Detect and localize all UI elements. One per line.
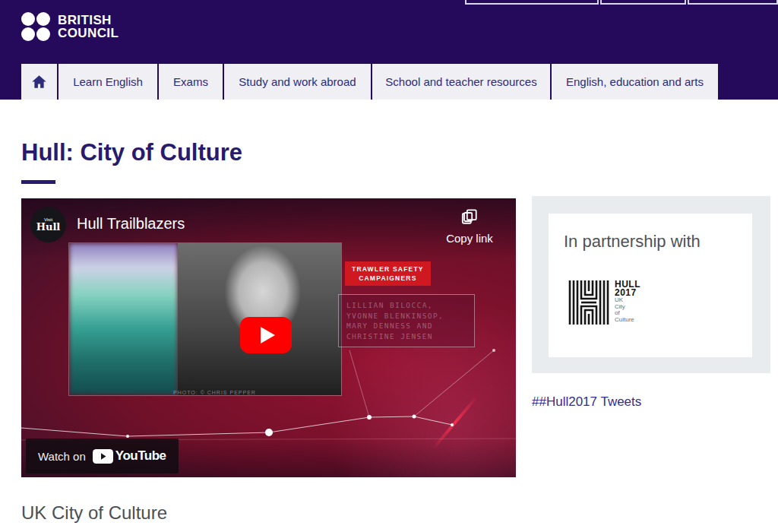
youtube-play-icon [93,449,113,464]
video-light-streak [432,395,479,450]
nav-tab-learn-english[interactable]: Learn English [59,64,157,100]
utility-nav-remnant[interactable] [688,0,778,5]
home-icon [31,74,47,90]
youtube-logo: YouTube [93,448,166,464]
nav-tab-exams[interactable]: Exams [159,64,223,100]
hull2017-maze-icon [568,280,609,325]
utility-nav-remnant[interactable] [465,0,599,5]
title-underline [21,180,55,184]
video-thumbnail-frame [68,242,342,396]
sea-painting-image [69,243,178,395]
photo-credit-text: PHOTO: © CHRIS PEPPER [173,390,256,395]
copy-link-button[interactable]: Copy link [435,208,504,245]
british-council-wordmark: BRITISH COUNCIL [58,14,119,40]
hull2017-tweets-link[interactable]: ##Hull2017 Tweets [532,394,641,410]
youtube-player[interactable]: TRAWLER SAFETY CAMPAIGNERS LILLIAN BILOC… [21,198,516,477]
section-heading: UK City of Culture [21,502,167,524]
page-title: Hull: City of Culture [21,139,242,166]
british-council-dots-icon [21,12,50,41]
campaigner-names-box: LILLIAN BILOCCA, YVONNE BLENKINSOP, MARY… [338,294,475,347]
channel-avatar[interactable]: Visit Hull [30,207,66,242]
youtube-play-button[interactable] [240,317,292,353]
nav-tab-english-education-arts[interactable]: English, education and arts [552,64,718,100]
watch-on-youtube-button[interactable]: Watch on YouTube [26,439,179,473]
video-title-link[interactable]: Hull Trailblazers [77,215,185,233]
main-nav: Learn English Exams Study and work abroa… [21,64,718,100]
copy-icon [461,208,478,225]
utility-nav-remnant[interactable] [600,0,686,5]
nav-tab-study-work-abroad[interactable]: Study and work abroad [224,64,371,100]
british-council-logo[interactable]: BRITISH COUNCIL [21,12,119,41]
hull2017-logo: HULL 2017 UK City of Culture [568,280,640,325]
partnership-card: In partnership with HULL 2017 UK [549,214,752,357]
partnership-heading: In partnership with [564,232,701,252]
nav-tab-school-teacher-resources[interactable]: School and teacher resources [372,64,550,100]
hull2017-logo-text: HULL 2017 UK City of Culture [615,280,640,323]
nav-tab-home[interactable] [21,64,57,100]
site-header: BRITISH COUNCIL Learn English Exams Stud… [0,0,778,100]
partnership-panel: In partnership with HULL 2017 UK [532,196,770,373]
trawler-safety-label: TRAWLER SAFETY CAMPAIGNERS [345,261,431,286]
